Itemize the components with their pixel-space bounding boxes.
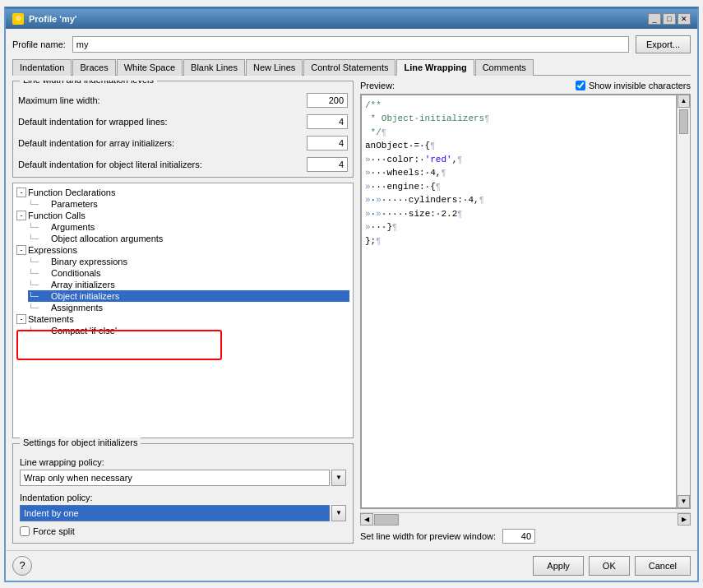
tree-item-conditionals[interactable]: └─ Conditionals <box>28 267 349 279</box>
code-line-4: anObject·=·{¶ <box>365 139 673 153</box>
hscroll-left-btn[interactable]: ◀ <box>360 513 373 525</box>
connector-object-init: └─ <box>28 292 39 300</box>
default-indent-array-row: Default indentation for array initialize… <box>18 136 348 150</box>
code-line-5: »···color:·'red',¶ <box>365 153 673 167</box>
default-indent-array-label: Default indentation for array initialize… <box>18 138 174 148</box>
maximize-button[interactable]: □ <box>663 13 676 25</box>
tree-item-arguments[interactable]: └─ Arguments <box>28 221 349 233</box>
footer-right: Apply OK Cancel <box>533 556 691 576</box>
vscroll-down-btn[interactable]: ▼ <box>678 495 690 508</box>
ok-button[interactable]: OK <box>589 556 630 576</box>
tree-label-func-calls: Function Calls <box>28 211 86 220</box>
code-line-1: /** <box>365 99 673 113</box>
help-button[interactable]: ? <box>12 556 32 576</box>
code-content-6: »···wheels:·4,¶ <box>365 166 673 180</box>
code-content-7: »···engine:·{¶ <box>365 180 673 194</box>
vscroll-thumb[interactable] <box>679 109 688 134</box>
code-line-9: »·»·····size:·2.2¶ <box>365 207 673 221</box>
tree-item-expressions[interactable]: - Expressions <box>16 244 349 256</box>
tree-item-func-decl[interactable]: - Function Declarations <box>16 187 349 198</box>
vscroll-up-btn[interactable]: ▲ <box>678 95 690 108</box>
expander-statements[interactable]: - <box>16 314 26 324</box>
default-indent-array-input[interactable] <box>307 136 348 150</box>
preview-header: Preview: Show invisible characters <box>360 81 691 90</box>
dialog-title: Profile 'my' <box>29 14 76 24</box>
tree-item-array-init[interactable]: └─ Array initializers <box>28 279 349 290</box>
tree-label-assignments: Assignments <box>51 303 103 313</box>
tree-label-params: Parameters <box>51 199 98 209</box>
code-line-3: */¶ <box>365 126 673 140</box>
line-wrap-dropdown-arrow[interactable]: ▼ <box>331 470 346 486</box>
tree-item-object-init[interactable]: └─ Object initializers <box>28 290 349 302</box>
close-button[interactable]: ✕ <box>678 13 691 25</box>
hscrollbar[interactable]: ◀ ▶ <box>360 512 691 525</box>
export-button[interactable]: Export... <box>636 35 691 53</box>
hscroll-thumb[interactable] <box>374 514 399 525</box>
tab-control-statements[interactable]: Control Statements <box>303 59 395 76</box>
default-indent-object-row: Default indentation for object literal i… <box>18 157 348 172</box>
max-line-width-input[interactable] <box>307 93 348 108</box>
tree-label-expressions: Expressions <box>28 245 77 255</box>
tab-indentation[interactable]: Indentation <box>12 59 72 76</box>
tree-item-binary[interactable]: └─ Binary expressions <box>28 256 349 267</box>
left-panel: Line width and indentation levels Maximu… <box>12 81 354 544</box>
tab-white-space[interactable]: White Space <box>117 59 183 76</box>
expander-func-calls[interactable]: - <box>16 211 26 220</box>
connector-arguments: └─ <box>28 223 39 231</box>
code-content-10: »···}¶ <box>365 220 673 234</box>
tab-new-lines[interactable]: New Lines <box>246 59 303 76</box>
expander-func-decl[interactable]: - <box>16 188 26 197</box>
title-bar-left: ⚙ Profile 'my' <box>12 13 76 25</box>
default-indent-object-label: Default indentation for object literal i… <box>18 160 202 169</box>
connector-obj-alloc: └─ <box>28 234 39 243</box>
dialog-footer: ? Apply OK Cancel <box>6 550 697 581</box>
preview-footer: Set line width for preview window: <box>360 529 691 544</box>
hscroll-right-btn[interactable]: ▶ <box>678 513 691 525</box>
vscroll-track <box>678 108 690 495</box>
indent-dropdown-arrow[interactable]: ▼ <box>331 505 346 521</box>
force-split-checkbox[interactable] <box>20 526 30 536</box>
default-indent-wrapped-input[interactable] <box>307 114 348 129</box>
tree-indent-arguments: └─ Arguments └─ Object allocation argume… <box>28 221 349 244</box>
profile-name-input[interactable] <box>72 36 629 53</box>
default-indent-object-input[interactable] <box>307 157 348 172</box>
connector-conditionals: └─ <box>28 269 39 277</box>
dialog-content: Profile name: Export... Indentation Brac… <box>6 29 697 550</box>
tab-blank-lines[interactable]: Blank Lines <box>183 59 245 76</box>
tree-item-statements[interactable]: - Statements <box>16 313 349 325</box>
code-preview[interactable]: /** * Object·initializers¶ */¶ anObject·… <box>361 95 677 508</box>
minimize-button[interactable]: _ <box>648 13 661 25</box>
code-line-10: »···}¶ <box>365 220 673 234</box>
code-line-2: * Object·initializers¶ <box>365 112 673 126</box>
indent-dropdown[interactable]: Indent by one <box>20 505 330 521</box>
tree-item-obj-alloc[interactable]: └─ Object allocation arguments <box>28 233 349 244</box>
tree-item-params[interactable]: └─ Parameters <box>28 198 349 210</box>
apply-button[interactable]: Apply <box>533 556 584 576</box>
tab-comments[interactable]: Comments <box>475 59 534 76</box>
tree-label-compact-if: Compact 'if else' <box>51 326 117 336</box>
connector-array-init: └─ <box>28 280 39 289</box>
tree-label-binary: Binary expressions <box>51 257 127 266</box>
tree-item-compact-if[interactable]: └─ Compact 'if else' <box>28 325 349 336</box>
cancel-button[interactable]: Cancel <box>635 556 691 576</box>
settings-box: Settings for object initializers Line wr… <box>12 443 354 544</box>
preview-width-input[interactable] <box>502 529 535 544</box>
indent-dropdown-row: Indent by one ▼ <box>20 505 346 521</box>
dialog-icon: ⚙ <box>12 13 24 25</box>
hscroll-track <box>373 513 678 525</box>
code-line-11: };¶ <box>365 234 673 248</box>
vscrollbar[interactable]: ▲ ▼ <box>677 95 690 508</box>
show-invisible-checkbox[interactable] <box>576 81 585 90</box>
code-content-1: /** <box>365 99 673 113</box>
tree-indent-statements: └─ Compact 'if else' <box>28 325 349 336</box>
code-line-8: »·»·····cylinders:·4,¶ <box>365 193 673 207</box>
tab-line-wrapping[interactable]: Line Wrapping <box>396 59 474 76</box>
expander-expressions[interactable]: - <box>16 245 26 255</box>
tree-item-func-calls[interactable]: - Function Calls <box>16 210 349 221</box>
preview-area: /** * Object·initializers¶ */¶ anObject·… <box>360 94 691 509</box>
line-wrap-dropdown[interactable]: Wrap only when necessary <box>20 470 330 486</box>
tab-braces[interactable]: Braces <box>72 59 115 76</box>
title-bar: ⚙ Profile 'my' _ □ ✕ <box>6 9 697 29</box>
tree-item-assignments[interactable]: └─ Assignments <box>28 302 349 313</box>
tree-indent-params: └─ Parameters <box>28 198 349 210</box>
